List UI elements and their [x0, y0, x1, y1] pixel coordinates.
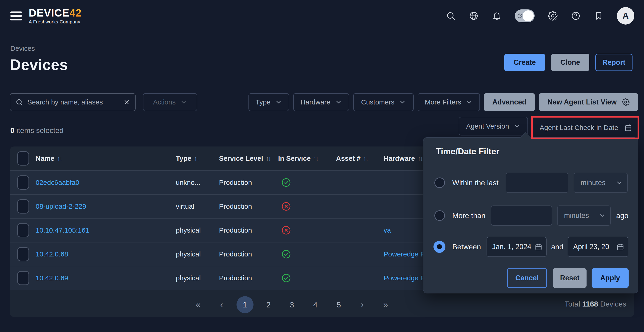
gear-icon [622, 98, 630, 106]
row-checkbox[interactable] [17, 175, 29, 190]
apply-button[interactable]: Apply [592, 268, 628, 288]
start-date-picker[interactable]: Jan. 1, 2024 [486, 237, 546, 257]
chevron-down-icon [466, 99, 473, 106]
hardware-link[interactable]: Poweredge R [384, 274, 426, 282]
device-name-link[interactable]: 08-upload-2-229 [36, 203, 86, 210]
device-name-link[interactable]: 10.10.47.105:161 [36, 226, 90, 234]
toggle-knob [523, 10, 534, 21]
calendar-icon [624, 124, 632, 132]
help-icon[interactable] [571, 11, 580, 21]
breadcrumb[interactable]: Devices [10, 44, 35, 52]
in-service-status-icon [281, 273, 291, 283]
row-checkbox[interactable] [17, 199, 29, 214]
column-header-type[interactable]: Type↑↓ [176, 155, 199, 162]
new-agent-list-view-button[interactable]: New Agent List View [539, 93, 638, 111]
device-name-link[interactable]: 10.42.0.68 [36, 250, 68, 258]
bookmark-icon[interactable] [594, 11, 604, 21]
in-service-x-icon [281, 201, 291, 211]
device-type: physical [176, 250, 201, 258]
ago-label: ago [616, 211, 628, 220]
report-button[interactable]: Report [595, 54, 632, 71]
reset-button[interactable]: Reset [553, 268, 586, 288]
more-than-unit-select[interactable]: minutes [557, 206, 611, 226]
customers-filter-dropdown[interactable]: Customers [353, 93, 414, 111]
column-header-service-level[interactable]: Service Level↑↓ [219, 155, 270, 162]
more-than-value-input[interactable] [491, 206, 552, 226]
logo-text: DEVICE42 [29, 7, 82, 18]
search-icon[interactable] [446, 11, 456, 21]
page-action-buttons: Create Clone Report [504, 54, 632, 71]
search-bar[interactable] [10, 93, 136, 111]
hardware-link[interactable]: va [384, 226, 391, 234]
column-header-hardware[interactable]: Hardware↑↓ [384, 155, 422, 162]
chevron-down-icon [335, 99, 342, 106]
in-service-check-icon [281, 177, 291, 188]
device-name-link[interactable]: 02edc6aabfa0 [36, 179, 79, 186]
settings-gear-icon[interactable] [548, 11, 558, 21]
device-type: physical [176, 226, 201, 234]
more-filters-dropdown[interactable]: More Filters [418, 93, 480, 111]
type-filter-dropdown[interactable]: Type [248, 93, 289, 111]
pagination: «‹12345›» [190, 296, 394, 313]
service-level: Production [219, 226, 252, 234]
pagination-last[interactable]: » [377, 296, 394, 313]
row-checkbox[interactable] [17, 247, 29, 261]
advanced-button[interactable]: Advanced [484, 93, 535, 111]
user-avatar[interactable]: A [617, 7, 634, 24]
sort-icon: ↑↓ [194, 155, 199, 162]
in-service-check-icon [281, 273, 291, 283]
row-checkbox[interactable] [17, 271, 29, 285]
sort-icon: ↑↓ [57, 155, 62, 162]
select-all-checkbox[interactable] [17, 151, 29, 166]
pagination-prev[interactable]: ‹ [213, 296, 230, 313]
column-header-asset[interactable]: Asset #↑↓ [336, 155, 368, 162]
sort-icon: ↑↓ [418, 155, 422, 162]
device-name-link[interactable]: 10.42.0.69 [36, 274, 68, 282]
hardware-link[interactable]: Poweredge R [384, 250, 426, 258]
within-the-last-radio[interactable] [434, 177, 445, 188]
sort-icon: ↑↓ [314, 155, 318, 162]
device-type: unkno... [176, 179, 200, 186]
pagination-page-2[interactable]: 2 [260, 296, 277, 313]
pagination-page-4[interactable]: 4 [307, 296, 324, 313]
in-service-status-icon [281, 177, 291, 188]
pagination-page-1[interactable]: 1 [236, 296, 254, 313]
clone-button[interactable]: Clone [551, 54, 589, 71]
pagination-page-5[interactable]: 5 [330, 296, 347, 313]
service-level: Production [219, 179, 252, 186]
more-than-radio[interactable] [434, 210, 445, 221]
dark-mode-toggle[interactable] [515, 9, 534, 22]
popup-title: Time/Date Filter [436, 147, 500, 156]
hamburger-menu-icon[interactable] [10, 11, 22, 20]
agent-version-dropdown[interactable]: Agent Version [459, 117, 528, 135]
pagination-page-3[interactable]: 3 [284, 296, 300, 313]
cancel-button[interactable]: Cancel [507, 268, 547, 288]
actions-dropdown[interactable]: Actions [143, 93, 197, 111]
page-title: Devices [10, 56, 68, 73]
clear-search-icon[interactable] [123, 99, 130, 106]
between-label: Between [452, 243, 481, 251]
row-checkbox[interactable] [17, 223, 29, 237]
in-service-check-icon [281, 249, 291, 259]
hardware-filter-dropdown[interactable]: Hardware [293, 93, 349, 111]
within-the-last-unit-select[interactable]: minutes [574, 173, 628, 193]
within-the-last-value-input[interactable] [506, 173, 568, 193]
end-date-picker[interactable]: April 23, 20 [568, 237, 628, 257]
sort-icon: ↑↓ [266, 155, 270, 162]
column-header-name[interactable]: Name↑↓ [36, 155, 62, 162]
pagination-next[interactable]: › [354, 296, 371, 313]
search-input[interactable] [27, 98, 119, 106]
top-icon-group: A [446, 7, 634, 24]
and-label: and [551, 243, 563, 251]
in-service-status-icon [281, 249, 291, 259]
notifications-bell-icon[interactable] [492, 11, 502, 21]
agent-last-checkin-date-button-highlighted[interactable]: Agent Last Check-in Date [532, 116, 639, 139]
service-level: Production [219, 203, 252, 210]
column-header-in-service[interactable]: In Service↑↓ [278, 155, 318, 162]
pagination-first[interactable]: « [190, 296, 206, 313]
device42-logo[interactable]: DEVICE42 A Freshworks Company [29, 7, 82, 24]
between-radio-selected[interactable] [434, 241, 446, 253]
globe-icon[interactable] [469, 11, 478, 21]
more-than-label: More than [452, 211, 486, 220]
create-button[interactable]: Create [504, 54, 545, 71]
